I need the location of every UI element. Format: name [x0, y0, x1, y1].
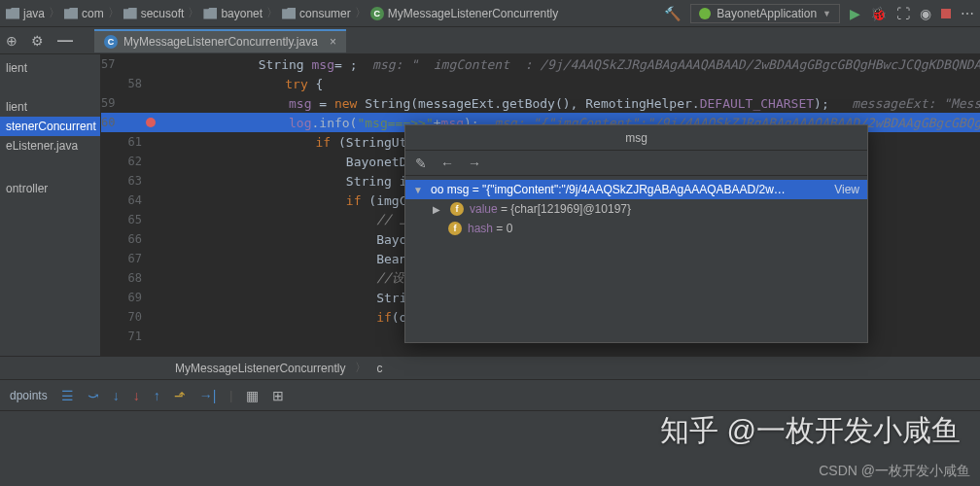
navigation-bar: java 〉 com 〉 secusoft 〉 bayonet 〉 consum… — [0, 0, 980, 27]
close-icon[interactable]: × — [330, 35, 336, 49]
line-number: 69 — [101, 291, 159, 304]
line-number: 61 — [101, 135, 159, 149]
folder-icon — [282, 8, 296, 19]
breadcrumb[interactable]: CMyMessageListenerConcurrently — [370, 7, 558, 20]
watermark: 知乎 @一枚开发小咸鱼 — [660, 411, 961, 451]
crumb-bayonet: bayonet — [221, 7, 262, 20]
force-step-icon[interactable]: ↓ — [133, 388, 140, 403]
stop-icon[interactable] — [941, 9, 951, 18]
breadcrumb[interactable]: bayonet — [203, 7, 262, 20]
new-watch-icon[interactable]: ✎ — [415, 156, 427, 171]
tab-label: MyMessageListenerConcurrently.java — [123, 35, 318, 49]
run-to-cursor-icon[interactable]: →| — [199, 388, 217, 403]
project-sidebar[interactable]: lient lient stenerConcurrent eListener.j… — [0, 54, 101, 356]
folder-icon — [123, 8, 137, 19]
popup-body: ▼ oo msg = "{"imgContent":"/9j/4AAQSkZJR… — [405, 176, 867, 242]
crumb-secusoft: secusoft — [141, 7, 185, 20]
folder-icon — [203, 8, 217, 19]
line-number: 58 — [101, 77, 159, 90]
target-icon[interactable]: ⊕ — [6, 33, 18, 49]
breakpoint-icon[interactable] — [146, 118, 156, 127]
chevron-right-icon: 〉 — [188, 5, 199, 21]
chevron-right-icon: 〉 — [355, 5, 367, 21]
coverage-icon[interactable]: ⛶ — [896, 6, 910, 21]
crumb-class: MyMessageListenerConcurrently — [388, 7, 558, 20]
crumb-java: java — [23, 7, 45, 20]
debug-icon[interactable]: 🐞 — [870, 6, 887, 21]
step-into-icon[interactable]: ↓ — [113, 388, 120, 403]
minimize-icon[interactable]: — — [57, 32, 73, 50]
line-number: 68 — [101, 271, 159, 285]
crumb-method[interactable]: c — [376, 362, 382, 375]
evaluate-icon[interactable]: ▦ — [246, 388, 259, 403]
breadcrumb[interactable]: consumer — [282, 7, 351, 20]
line-number: 60 — [101, 116, 132, 129]
field-icon: f — [448, 222, 462, 235]
hammer-icon[interactable]: 🔨 — [664, 6, 681, 21]
line-number: 65 — [101, 213, 159, 226]
popup-title: msg — [405, 125, 867, 151]
line-number: 59 — [101, 96, 132, 110]
folder-icon — [6, 8, 19, 19]
forward-icon[interactable]: → — [468, 156, 481, 171]
line-number: 66 — [101, 232, 159, 246]
chevron-down-icon: ▼ — [822, 9, 831, 18]
gear-icon[interactable]: ⚙ — [31, 33, 44, 49]
popup-toolbar: ✎ ← → — [405, 151, 867, 176]
chevron-right-icon: 〉 — [49, 5, 60, 21]
crumb-com: com — [82, 7, 104, 20]
step-out-icon[interactable]: ↑ — [154, 388, 160, 403]
line-number: 71 — [101, 330, 159, 343]
tool-strip: ⊕ ⚙ — C MyMessageListenerConcurrently.ja… — [0, 27, 980, 54]
drop-frame-icon[interactable]: ⬏ — [174, 388, 186, 403]
crumb-consumer: consumer — [299, 7, 351, 20]
run-config-label: BayonetApplication — [717, 7, 817, 20]
variable-row[interactable]: ▶ f value = {char[121969]@10197} — [405, 199, 867, 219]
frames-icon[interactable]: ☰ — [61, 388, 74, 403]
line-number: 67 — [101, 252, 159, 265]
profiler-icon[interactable]: ◉ — [920, 6, 931, 21]
run-icon[interactable]: ▶ — [850, 6, 860, 21]
class-icon: C — [370, 7, 384, 20]
line-number: 64 — [101, 193, 159, 207]
spring-icon — [699, 8, 711, 19]
editor-tabs: C MyMessageListenerConcurrently.java × — [94, 29, 346, 52]
watermark: CSDN @一枚开发小咸鱼 — [819, 463, 970, 480]
view-link[interactable]: View — [834, 183, 859, 196]
breadcrumb[interactable]: java — [6, 7, 45, 20]
breadcrumb[interactable]: secusoft — [123, 7, 185, 20]
back-icon[interactable]: ← — [440, 156, 454, 171]
disclosure-open-icon[interactable]: ▼ — [413, 185, 425, 195]
trace-icon[interactable]: ⊞ — [272, 388, 284, 403]
line-number: 62 — [101, 155, 159, 168]
sidebar-item[interactable]: lient — [0, 97, 100, 117]
nav-right: 🔨 BayonetApplication ▼ ▶ 🐞 ⛶ ◉ ⋯ — [664, 4, 974, 23]
evaluate-popup: msg ✎ ← → ▼ oo msg = "{"imgContent":"/9j… — [404, 124, 868, 343]
disclosure-closed-icon[interactable]: ▶ — [433, 204, 444, 215]
debug-toolbar: dpoints ☰ ⤻ ↓ ↓ ↑ ⬏ →| | ▦ ⊞ — [0, 380, 980, 411]
more-icon[interactable]: ⋯ — [961, 6, 974, 21]
chevron-right-icon: 〉 — [108, 5, 120, 21]
line-number: 57 — [101, 57, 132, 71]
variable-row[interactable]: f hash = 0 — [405, 219, 867, 238]
sidebar-item-selected[interactable]: stenerConcurrent — [0, 117, 100, 136]
class-icon: C — [104, 35, 118, 49]
chevron-right-icon: 〉 — [266, 5, 278, 21]
line-number: 63 — [101, 174, 159, 188]
sidebar-item[interactable]: ontroller — [0, 179, 100, 198]
variable-row[interactable]: ▼ oo msg = "{"imgContent":"/9j/4AAQSkZJR… — [405, 180, 867, 199]
run-config-selector[interactable]: BayonetApplication ▼ — [690, 4, 840, 23]
field-icon: f — [450, 202, 464, 216]
step-over-icon[interactable]: ⤻ — [88, 388, 99, 403]
sidebar-item[interactable]: lient — [0, 58, 100, 78]
line-number: 70 — [101, 310, 159, 324]
tab-file[interactable]: C MyMessageListenerConcurrently.java × — [94, 29, 346, 52]
chevron-right-icon: 〉 — [355, 360, 367, 376]
debug-tab-label[interactable]: dpoints — [10, 389, 48, 402]
breadcrumb-bar: MyMessageListenerConcurrently 〉 c — [0, 356, 980, 379]
sidebar-item[interactable]: eListener.java — [0, 136, 100, 156]
breadcrumb[interactable]: com — [64, 7, 104, 20]
crumb-class[interactable]: MyMessageListenerConcurrently — [175, 362, 345, 375]
folder-icon — [64, 8, 78, 19]
